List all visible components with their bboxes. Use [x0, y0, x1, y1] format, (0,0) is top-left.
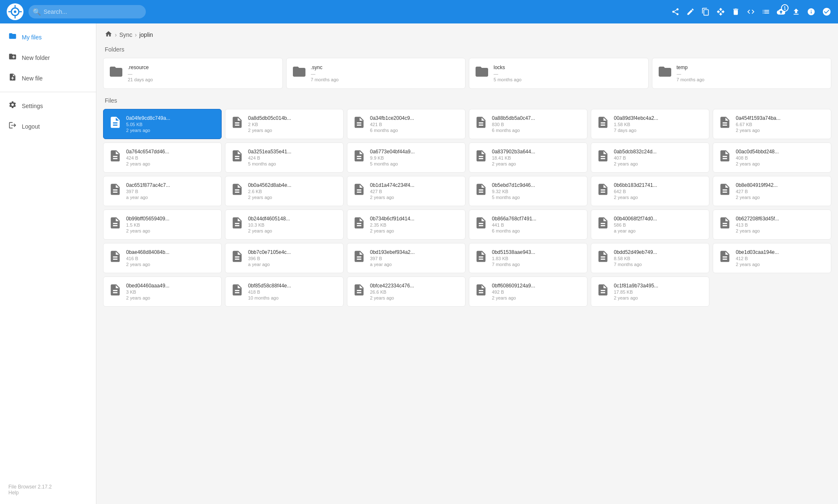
file-size: 427 B [736, 189, 778, 194]
file-item[interactable]: 0b0a4562d8ab4e... 2.6 KB 2 years ago [225, 176, 344, 206]
file-info: 0a837902b3a644... 18.41 KB 2 years ago [492, 149, 535, 166]
breadcrumb-joplin[interactable]: joplin [139, 31, 153, 38]
file-item[interactable]: 0b8e804919f942... 427 B 2 years ago [713, 176, 831, 206]
file-item[interactable]: 0bae468d84084b... 416 B 2 years ago [103, 243, 222, 273]
breadcrumb-sync[interactable]: Sync [119, 31, 132, 38]
logout-icon [8, 121, 17, 132]
header-left: 🔍 [7, 3, 146, 20]
file-item[interactable]: 0b99bff05659409... 1.5 KB 2 years ago [103, 209, 222, 240]
file-item[interactable]: 0bb7c0e7105e4c... 396 B a year ago [225, 243, 344, 273]
folder-modified: 7 months ago [677, 77, 705, 82]
file-item[interactable]: 0bf85d58c88f44e... 418 B 10 months ago [225, 277, 344, 307]
file-item[interactable]: 0a34fb1ce2004c9... 421 B 6 months ago [347, 109, 466, 139]
folder-item[interactable]: .sync — 7 months ago [286, 58, 466, 89]
search-input[interactable] [28, 5, 146, 18]
file-item[interactable]: 0b866a768cf7491... 441 B 6 months ago [469, 209, 587, 240]
share-icon[interactable] [671, 8, 680, 16]
sidebar-item-new-file[interactable]: New file [0, 68, 96, 88]
app-logo[interactable] [7, 3, 23, 20]
file-item[interactable]: 0a04fe9cd8c749a... 5.05 KB 2 years ago [103, 109, 222, 139]
file-icon [474, 250, 488, 266]
home-icon[interactable] [105, 30, 112, 39]
file-item[interactable]: 0b627208f63d45f... 413 B 2 years ago [713, 209, 831, 240]
file-item[interactable]: 0ac651f877ac4c7... 397 B a year ago [103, 176, 222, 206]
file-item[interactable]: 0a8d5db05c014b... 2 KB 2 years ago [225, 109, 344, 139]
file-item[interactable]: 0bfce422334c476... 26.6 KB 2 years ago [347, 277, 466, 307]
folder-item[interactable]: locks — 5 months ago [469, 58, 649, 89]
file-info: 0b734b6cf91d414... 2.35 KB 2 years ago [370, 216, 414, 233]
file-item[interactable]: 00b40068f2f74d0... 586 B a year ago [591, 209, 709, 240]
file-item[interactable]: 0a764c6547dd46... 424 B 2 years ago [103, 142, 222, 173]
sidebar-item-logout[interactable]: Logout [0, 116, 96, 137]
upload-icon[interactable] [792, 8, 800, 16]
sidebar-item-my-files[interactable]: My files [0, 27, 96, 47]
sidebar-item-new-folder[interactable]: New folder [0, 47, 96, 68]
move-icon[interactable] [716, 8, 725, 16]
file-modified: 2 years ago [126, 228, 169, 233]
file-item[interactable]: 0bd193ebef934a2... 397 B a year ago [347, 243, 466, 273]
file-item[interactable]: 0bdd52d49eb749... 8.58 KB 7 months ago [591, 243, 709, 273]
file-name: 0bfce422334c476... [370, 283, 414, 289]
file-name: 0bdd52d49eb749... [614, 249, 657, 255]
file-name: 0b6bb183d21741... [614, 182, 657, 188]
folder-icon [292, 64, 307, 83]
file-item[interactable]: 00a89d3f4ebc4a2... 1.58 KB 7 days ago [591, 109, 709, 139]
file-size: 424 B [248, 155, 291, 160]
file-item[interactable]: 00ac0d54bbd248... 408 B 2 years ago [713, 142, 831, 173]
upload-pending-icon[interactable]: 1 [777, 8, 785, 16]
edit-icon[interactable] [686, 8, 695, 16]
file-size: 2.35 KB [370, 222, 414, 227]
file-name: 0bf85d58c88f44e... [248, 283, 291, 289]
file-item[interactable]: 0a6773e04bf44a9... 9.9 KB 5 months ago [347, 142, 466, 173]
file-info: 0bfce422334c476... 26.6 KB 2 years ago [370, 283, 414, 300]
file-modified: 2 years ago [492, 295, 535, 300]
code-icon[interactable] [747, 8, 755, 16]
folder-size: — [311, 71, 339, 76]
file-name: 00ac0d54bbd248... [736, 149, 779, 155]
info-icon[interactable] [807, 8, 815, 16]
folder-name: temp [677, 65, 705, 70]
folder-name: .sync [311, 65, 339, 70]
file-modified: 2 years ago [248, 228, 290, 233]
file-item[interactable]: 0b6bb183d21741... 642 B 2 years ago [591, 176, 709, 206]
file-info: 0bff608609124a9... 492 B 2 years ago [492, 283, 535, 300]
file-item[interactable]: 0b734b6cf91d414... 2.35 KB 2 years ago [347, 209, 466, 240]
file-item[interactable]: 0b5ebd7d1c9d46... 9.32 KB 5 months ago [469, 176, 587, 206]
file-item[interactable]: 0b244df4605148... 10.3 KB 2 years ago [225, 209, 344, 240]
file-item[interactable]: 0bd51538aae943... 1.83 KB 7 months ago [469, 243, 587, 273]
delete-icon[interactable] [732, 8, 740, 16]
file-modified: 6 months ago [370, 128, 414, 133]
file-icon [718, 216, 732, 233]
file-item[interactable]: 0bed04460aaa49... 3 KB 2 years ago [103, 277, 222, 307]
file-size: 396 B [248, 256, 291, 261]
file-name: 0a837902b3a644... [492, 149, 535, 155]
folder-item[interactable]: temp — 7 months ago [652, 58, 832, 89]
file-icon [230, 250, 244, 266]
file-info: 0ac651f877ac4c7... 397 B a year ago [126, 182, 170, 200]
file-modified: a year ago [614, 228, 657, 233]
file-icon [352, 149, 366, 166]
copy-icon[interactable] [701, 8, 710, 16]
folder-item[interactable]: .resource — 21 days ago [103, 58, 283, 89]
list-icon[interactable] [762, 8, 770, 16]
files-grid: 0a04fe9cd8c749a... 5.05 KB 2 years ago 0… [96, 107, 838, 312]
file-item[interactable]: 0a454f1593a74ba... 6.67 KB 2 years ago [713, 109, 831, 139]
check-icon[interactable] [822, 7, 831, 16]
file-info: 0a6773e04bf44a9... 9.9 KB 5 months ago [370, 149, 415, 166]
file-item[interactable]: 0b1d1a474c234f4... 427 B 2 years ago [347, 176, 466, 206]
file-modified: 2 years ago [126, 128, 170, 133]
file-icon [474, 183, 488, 199]
file-icon [596, 116, 610, 132]
file-item[interactable]: 0a837902b3a644... 18.41 KB 2 years ago [469, 142, 587, 173]
sidebar-item-settings[interactable]: Settings [0, 96, 96, 116]
file-item[interactable]: 0a88b5db5a0c47... 830 B 6 months ago [469, 109, 587, 139]
file-modified: 2 years ago [736, 262, 779, 267]
file-item[interactable]: 0c1f81a9b73a495... 17.85 KB 2 years ago [591, 277, 709, 307]
file-item[interactable]: 0be1d03caa194e... 412 B 2 years ago [713, 243, 831, 273]
file-modified: 2 years ago [248, 195, 291, 200]
file-size: 418 B [248, 289, 291, 295]
file-item[interactable]: 0a3251ea535e41... 424 B 5 months ago [225, 142, 344, 173]
file-item[interactable]: 0ab5dcb832c24d... 407 B 2 years ago [591, 142, 709, 173]
file-item[interactable]: 0bff608609124a9... 492 B 2 years ago [469, 277, 587, 307]
breadcrumb-sep-1: › [115, 31, 117, 38]
